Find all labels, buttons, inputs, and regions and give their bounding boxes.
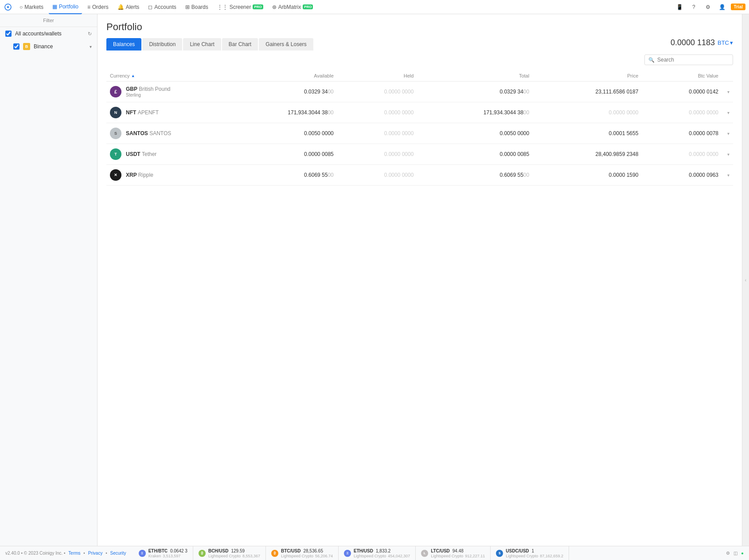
row-expand-btn[interactable]: ▾ <box>726 110 729 115</box>
expand-cell[interactable]: ▾ <box>722 102 733 123</box>
tab-gainers-losers[interactable]: Gainers & Losers <box>259 38 313 51</box>
btcvalue-cell: 0.0000 0000 <box>642 102 722 123</box>
nav-boards[interactable]: ⊞ Boards <box>182 0 212 14</box>
nav-alerts[interactable]: 🔔 Alerts <box>114 0 143 14</box>
binance-account-item[interactable]: B Binance ▾ <box>0 40 97 53</box>
all-accounts-checkbox[interactable] <box>5 31 12 37</box>
expand-cell[interactable]: ▾ <box>722 123 733 144</box>
nav-orders[interactable]: ≡ Orders <box>84 0 112 14</box>
ticker-source: Lightspeed Crypto <box>506 554 538 558</box>
ticker-extra: 87,162,659.2 <box>540 554 563 558</box>
currency-cell: T USDT Tether <box>110 148 218 160</box>
ticker-price: 1,833.2 <box>376 548 390 553</box>
ticker-item[interactable]: Ξ ETH/USD 1,833.2 Lightspeed Crypto 454,… <box>339 546 416 560</box>
security-link[interactable]: Security <box>110 551 126 556</box>
total-value: 171,934.3044 38 <box>484 109 523 116</box>
bottom-bar: v2.40.0 • © 2023 Coinigy Inc. • Terms • … <box>0 546 749 560</box>
table-row[interactable]: N NFT APENFT 171,934.3044 3800 0.0000 00… <box>106 102 733 123</box>
ticker-item[interactable]: $ USDC/USD 1 Lightspeed Crypto 87,162,65… <box>491 546 569 560</box>
mobile-icon[interactable]: 📱 <box>674 2 685 12</box>
ticker-info: ETH/USD 1,833.2 Lightspeed Crypto 454,04… <box>354 548 410 558</box>
total-value: 0.6069 55 <box>499 172 523 178</box>
all-accounts-item[interactable]: All accounts/wallets ↻ <box>0 27 97 40</box>
tab-distribution[interactable]: Distribution <box>142 38 182 51</box>
binance-collapse-icon[interactable]: ▾ <box>90 44 92 49</box>
sidebar-collapse-handle[interactable]: ‹ <box>742 14 749 546</box>
filter-text: Filter <box>43 18 54 23</box>
accounts-icon: ◻ <box>148 4 152 10</box>
row-expand-btn[interactable]: ▾ <box>726 152 729 157</box>
ticker-extra: 3,513,597 <box>163 554 180 558</box>
terms-link[interactable]: Terms <box>68 551 80 556</box>
display-bottom-icon[interactable]: ◫ <box>733 551 737 556</box>
nav-accounts[interactable]: ◻ Accounts <box>144 0 179 14</box>
expand-cell[interactable]: ▾ <box>722 144 733 165</box>
binance-checkbox[interactable] <box>13 43 20 50</box>
total-value: 0.0329 34 <box>499 89 523 95</box>
sort-asc-icon: ▲ <box>131 74 135 78</box>
binance-icon: B <box>23 43 30 50</box>
btc-currency-label: BTC <box>718 39 729 46</box>
arbmatrix-badge: PRO <box>303 4 313 9</box>
help-icon[interactable]: ? <box>688 2 699 12</box>
ticker-extra: 454,042,307 <box>388 554 410 558</box>
ticker-item[interactable]: ₿ BTC/USD 28,536.65 Lightspeed Crypto 56… <box>266 546 339 560</box>
held-cell: 0.0000 0000 <box>337 165 417 186</box>
available-dim: 00 <box>328 172 333 178</box>
total-col-label: Total <box>519 73 529 78</box>
nav-arbmatrix[interactable]: ⊛ ArbMatrix PRO <box>269 0 317 14</box>
search-box: 🔍 <box>644 54 733 65</box>
row-expand-btn[interactable]: ▾ <box>726 89 729 94</box>
held-value: 0.0000 0000 <box>384 109 414 116</box>
expand-cell[interactable]: ▾ <box>722 165 733 186</box>
btc-currency-selector[interactable]: BTC ▾ <box>718 39 733 46</box>
nav-screener[interactable]: ⋮⋮ Screener PRO <box>214 0 267 14</box>
held-col-label: Held <box>404 73 414 78</box>
btcvalue-value: 0.0000 0078 <box>689 130 718 136</box>
screener-badge: PRO <box>253 4 263 9</box>
sidebar-filter-label: Filter <box>0 14 97 27</box>
row-expand-btn[interactable]: ▾ <box>726 131 729 136</box>
ticker-item[interactable]: Ξ ETH/BTC 0.0642 3 Kraken 3,513,597 <box>133 546 193 560</box>
bottom-right: ⚙ ◫ ● <box>726 551 744 556</box>
currency-cell: S SANTOS SANTOS <box>110 128 218 139</box>
alerts-icon: 🔔 <box>117 4 124 10</box>
nav-right: 📱 ? ⚙ 👤 Trial <box>674 2 745 12</box>
settings-bottom-icon[interactable]: ⚙ <box>726 551 730 556</box>
tab-balances[interactable]: Balances <box>106 38 141 51</box>
color-bottom-icon[interactable]: ● <box>741 551 744 556</box>
separator3: • <box>105 551 108 556</box>
boards-icon: ⊞ <box>185 4 190 10</box>
ticker-source: Lightspeed Crypto <box>208 554 241 558</box>
tab-bar-chart[interactable]: Bar Chart <box>222 38 258 51</box>
table-row[interactable]: T USDT Tether 0.0000 0085 0.0000 0000 0.… <box>106 144 733 165</box>
btc-selector-chevron: ▾ <box>730 39 733 46</box>
table-row[interactable]: £ GBP British Pound Sterling 0.0329 3400… <box>106 82 733 102</box>
expand-cell[interactable]: ▾ <box>722 82 733 102</box>
tab-bar: Balances Distribution Line Chart Bar Cha… <box>106 38 313 50</box>
privacy-link[interactable]: Privacy <box>88 551 103 556</box>
settings-icon[interactable]: ⚙ <box>702 2 713 12</box>
search-input[interactable] <box>657 57 729 63</box>
table-row[interactable]: ✕ XRP Ripple 0.6069 5500 0.0000 0000 0.6… <box>106 165 733 186</box>
price-value: 0.0000 0000 <box>609 109 639 116</box>
price-value: 0.0000 1590 <box>609 172 639 178</box>
price-cell: 0.0000 1590 <box>533 165 642 186</box>
ticker-item[interactable]: ₿ BCH/USD 129.59 Lightspeed Crypto 8,553… <box>193 546 266 560</box>
nav-markets[interactable]: ○ Markets <box>16 0 47 14</box>
table-row[interactable]: S SANTOS SANTOS 0.0050 0000 0.0000 0000 … <box>106 123 733 144</box>
version-text: v2.40.0 • © 2023 Coinigy Inc. • Terms • … <box>5 551 128 556</box>
col-currency-header[interactable]: Currency ▲ <box>110 73 218 78</box>
currency-cell: £ GBP British Pound Sterling <box>110 86 218 97</box>
total-cell: 0.0000 0085 <box>417 144 533 165</box>
refresh-icon[interactable]: ↻ <box>88 31 92 37</box>
ticker-item[interactable]: Ł LTC/USD 94.48 Lightspeed Crypto 912,22… <box>416 546 491 560</box>
btcvalue-col-label: Btc Value <box>698 73 718 78</box>
row-expand-btn[interactable]: ▾ <box>726 173 729 178</box>
user-icon[interactable]: 👤 <box>717 2 727 12</box>
nav-portfolio[interactable]: ▦ Portfolio <box>49 0 82 14</box>
tab-line-chart[interactable]: Line Chart <box>183 38 221 51</box>
held-cell: 0.0000 0000 <box>337 82 417 102</box>
orders-icon: ≡ <box>87 4 90 10</box>
available-cell: 0.0329 3400 <box>222 82 337 102</box>
